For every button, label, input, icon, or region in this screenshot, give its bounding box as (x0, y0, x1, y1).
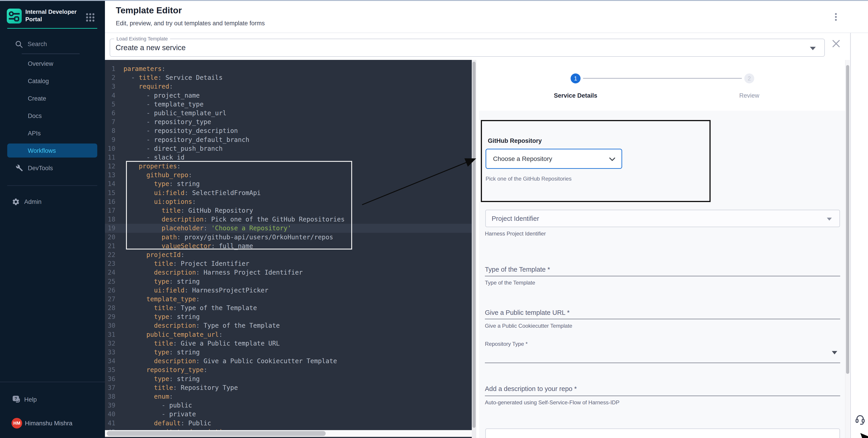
code-line: 26 ui:field: HarnessProjectPicker (105, 286, 476, 295)
code-line: 35 repository_type: (105, 366, 476, 374)
stepper-section: 1 2 Service Details Review (479, 60, 845, 111)
gear-icon (12, 198, 20, 207)
code-line: 38 enum: (105, 392, 476, 401)
code-line: 33 type: string (105, 348, 476, 357)
brand-title: Internal Developer Portal (25, 8, 84, 23)
search-input[interactable]: Search (0, 38, 105, 52)
code-line: 23 title: Project Identifier (105, 259, 476, 268)
code-line: 18 description: Pick one of the GitHub R… (105, 215, 476, 224)
chat-question-icon: ? (12, 395, 21, 405)
code-line: 40 - private (105, 410, 476, 418)
svg-text:?: ? (15, 396, 17, 401)
code-line: 31 public_template_url: (105, 330, 476, 339)
github-repository-helper: Pick one of the GitHub Repositories (486, 176, 571, 182)
code-line: 36 type: string (105, 374, 476, 383)
yaml-code-editor[interactable]: 1parameters:2 - title: Service Details3 … (105, 60, 476, 438)
github-repository-label: GitHub Repository (488, 137, 542, 144)
load-template-bar: Load Existing Template Create a new serv… (105, 33, 868, 60)
code-line: 6 - public_template_url (105, 109, 476, 117)
editor-vertical-scrollbar[interactable] (472, 60, 476, 438)
sidebar-item-catalog[interactable]: Catalog (0, 72, 105, 90)
editor-horizontal-scrollbar-thumb[interactable] (107, 431, 326, 436)
code-line: 34 description: Give a Public Cookiecutt… (105, 357, 476, 366)
code-line: 5 - template_type (105, 100, 476, 109)
window-top-strip (0, 0, 868, 1)
sidebar-item-label: Docs (28, 112, 42, 119)
project-identifier-helper: Harness Project Identifier (485, 231, 546, 237)
sidebar-item-create[interactable]: Create (0, 90, 105, 107)
sidebar-item-label: Catalog (28, 77, 49, 85)
sidebar-item-label: Create (28, 95, 46, 102)
repo-description-label: Add a description to your repo * (485, 385, 577, 393)
panel-scrollbar-thumb[interactable] (846, 65, 849, 374)
sidebar-item-label: Overview (28, 60, 53, 67)
brand-logo-icon[interactable] (7, 9, 22, 24)
editor-vertical-scrollbar-thumb[interactable] (472, 62, 475, 428)
sidebar-item-overview[interactable]: Overview (0, 55, 105, 72)
github-repository-select[interactable]: Choose a Repository (486, 149, 622, 169)
repository-type-label: Repository Type * (485, 341, 528, 347)
service-owner-select[interactable]: Choose an Owner for the Service (485, 429, 840, 438)
sidebar-item-admin[interactable]: Admin (0, 193, 105, 210)
repository-type-select[interactable] (485, 363, 840, 363)
load-template-select[interactable]: Load Existing Template Create a new serv… (110, 39, 825, 57)
template-type-label: Type of the Template * (485, 266, 550, 273)
code-line: 37 title: Repository Type (105, 383, 476, 392)
code-line: 12 properties: (105, 162, 476, 171)
right-gutter (851, 0, 868, 438)
code-line: 39 - public (105, 401, 476, 410)
sidebar-item-docs[interactable]: Docs (0, 107, 105, 125)
apps-grid-icon[interactable] (86, 13, 95, 23)
page-header: Template Editor Edit, preview, and try o… (105, 1, 868, 33)
code-line: 21 valueSelector: full_name (105, 242, 476, 250)
code-line: 9 - repository_default_branch (105, 135, 476, 144)
sidebar-item-label: APIs (28, 130, 41, 137)
code-line: 24 description: Harness Project Identifi… (105, 268, 476, 277)
step-1-circle[interactable]: 1 (570, 73, 581, 83)
code-line: 1parameters: (105, 64, 476, 73)
sidebar: Internal Developer Portal Search Overvie… (0, 0, 105, 438)
help-label: Help (24, 396, 37, 403)
code-line: 41 default: Public (105, 419, 476, 428)
sidebar-divider (7, 185, 97, 186)
help-button[interactable]: ? Help (0, 391, 105, 408)
more-options-icon[interactable] (834, 11, 838, 25)
sidebar-nav: OverviewCatalogCreateDocsAPIsWorkflowsDe… (0, 55, 105, 177)
code-line: 4 - project_name (105, 91, 476, 100)
page-subtitle: Edit, preview, and try out templates and… (116, 20, 265, 27)
sidebar-item-apis[interactable]: APIs (0, 125, 105, 142)
code-line: 25 type: string (105, 277, 476, 286)
mouse-cursor (860, 433, 868, 438)
editor-horizontal-scrollbar[interactable] (105, 430, 472, 437)
code-line: 11 - slack_id (105, 153, 476, 162)
code-line: 19 placeholder: 'Choose a Repository' (105, 224, 476, 233)
panel-scrollbar[interactable] (845, 60, 850, 438)
sidebar-item-admin-label: Admin (24, 198, 41, 205)
code-lines: 1parameters:2 - title: Service Details3 … (105, 64, 476, 436)
triangle-down-icon (832, 351, 837, 355)
code-line: 22 projectId: (105, 250, 476, 259)
template-type-input[interactable] (485, 276, 840, 276)
sidebar-item-workflows[interactable]: Workflows (0, 142, 105, 159)
code-line: 14 type: string (105, 179, 476, 188)
code-line: 20 path: proxy/github-api/users/OrkoHunt… (105, 233, 476, 242)
page-title: Template Editor (116, 5, 182, 15)
sidebar-item-devtools[interactable]: DevTools (0, 159, 105, 177)
project-identifier-select[interactable]: Project Identifier (485, 210, 840, 227)
headset-icon[interactable] (855, 414, 865, 426)
user-menu[interactable]: HM Himanshu Mishra (0, 415, 105, 432)
chevron-down-icon (609, 157, 616, 163)
load-template-label: Load Existing Template (114, 36, 170, 42)
clear-template-icon[interactable] (832, 39, 841, 48)
sidebar-bottom-divider (0, 382, 105, 382)
flow-logo-icon (7, 9, 22, 24)
step-2-circle[interactable]: 2 (744, 73, 754, 83)
repo-description-input[interactable] (485, 396, 840, 396)
code-line: 32 title: Give a Public template URL (105, 339, 476, 348)
avatar: HM (11, 418, 22, 429)
step-2-label: Review (727, 92, 772, 99)
triangle-down-icon (810, 47, 816, 50)
code-line: 15 ui:field: SelectFieldFromApi (105, 189, 476, 197)
code-line: 28 title: Type of the Template (105, 304, 476, 312)
public-template-url-input[interactable] (485, 319, 840, 319)
